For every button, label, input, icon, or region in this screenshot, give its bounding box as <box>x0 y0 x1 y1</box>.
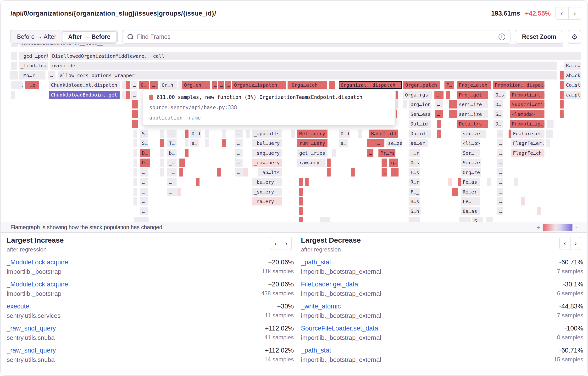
flamegraph-frame[interactable]: se…er <box>409 139 428 147</box>
flamegraph-frame[interactable] <box>222 130 226 138</box>
flamegraph-frame[interactable]: ser…ze <box>461 130 486 138</box>
flamegraph-frame[interactable] <box>459 217 471 222</box>
flamegraph-frame[interactable] <box>205 130 209 138</box>
flamegraph-frame[interactable] <box>122 91 126 99</box>
flamegraph-frame[interactable] <box>134 130 137 138</box>
flamegraph-frame[interactable] <box>185 139 189 147</box>
info-icon[interactable]: i <box>499 33 505 40</box>
flamegraph-frame[interactable]: … <box>167 178 177 186</box>
flamegraph-frame[interactable] <box>448 178 452 186</box>
flamegraph-frame[interactable] <box>134 149 137 157</box>
flamegraph-frame[interactable]: _ra…ery <box>252 197 282 206</box>
flamegraph-frame[interactable] <box>299 197 303 206</box>
entry-function-link[interactable]: _write_atomic <box>301 303 341 310</box>
flamegraph-frame[interactable]: O… <box>494 100 503 109</box>
flamegraph-frame[interactable]: … <box>382 159 387 167</box>
flamegraph-frame[interactable] <box>185 149 189 157</box>
flamegraph-frame[interactable]: seri…ize <box>457 110 488 118</box>
flamegraph-frame[interactable] <box>299 178 303 186</box>
flamegraph-frame[interactable] <box>135 120 138 128</box>
decrease-next-button[interactable]: › <box>570 237 581 250</box>
flamegraph-frame[interactable] <box>331 81 335 89</box>
flamegraph-frame[interactable] <box>437 120 441 128</box>
flamegraph-frame[interactable]: Ra…ew <box>564 62 581 70</box>
flamegraph-frame[interactable]: D…d <box>190 130 201 138</box>
flamegraph-frame[interactable]: S <box>472 217 483 222</box>
flamegraph-frame[interactable]: r… <box>167 130 177 138</box>
flamegraph-frame[interactable]: … <box>48 71 55 79</box>
flamegraph-frame[interactable]: Promoti…nt.post <box>510 91 545 99</box>
flamegraph-frame[interactable]: … <box>140 188 148 196</box>
flamegraph-frame[interactable] <box>205 139 209 147</box>
flamegraph-frame[interactable] <box>135 100 138 109</box>
flamegraph-frame[interactable]: _ap…lts <box>258 168 282 177</box>
flamegraph-frame[interactable]: … <box>497 168 503 177</box>
flamegraph-frame[interactable] <box>550 120 554 128</box>
flamegraph-frame[interactable]: Proje…atch <box>457 81 491 89</box>
flamegraph-frame[interactable]: Re…er <box>461 188 480 196</box>
flamegraph-frame[interactable] <box>521 197 525 206</box>
settings-button[interactable]: ⚙ <box>568 30 581 44</box>
flamegraph-frame[interactable] <box>549 130 553 138</box>
flamegraph-frame[interactable]: … <box>497 178 503 186</box>
flamegraph-frame[interactable]: … <box>375 139 384 147</box>
after-before-button[interactable]: After → Before <box>62 31 116 42</box>
flamegraph-frame[interactable]: B…s <box>409 197 420 206</box>
flamegraph-frame[interactable] <box>299 188 303 196</box>
flamegraph-frame[interactable]: Sen…ess <box>409 110 431 118</box>
flamegraph-frame[interactable]: _Mo…r__ <box>19 71 45 79</box>
flamegraph-frame[interactable]: Promotion….dispatch <box>493 81 545 89</box>
flamegraph-frame[interactable]: ca…pt <box>564 91 581 99</box>
flamegraph-frame[interactable]: Organ…patch <box>403 81 440 89</box>
flamegraph-frame[interactable]: BaseT…attrs <box>369 130 398 138</box>
flamegraph-frame[interactable] <box>160 149 164 157</box>
flamegraph-frame[interactable]: g… <box>389 159 398 167</box>
flamegraph-frame[interactable]: … <box>140 197 148 206</box>
flamegraph-frame[interactable] <box>327 168 331 177</box>
flamegraph-frame[interactable]: … <box>497 207 503 215</box>
flamegraph-frame[interactable] <box>560 81 564 89</box>
flamegraph-frame[interactable] <box>487 178 491 186</box>
flamegraph-frame[interactable]: … <box>382 168 387 177</box>
flamegraph-frame[interactable]: <lambda> <box>510 110 545 118</box>
flamegraph-frame[interactable] <box>537 207 541 215</box>
flamegraph-frame[interactable]: … <box>235 168 242 177</box>
flamegraph-frame[interactable] <box>134 168 137 177</box>
flamegraph-frame[interactable]: O… <box>139 81 149 89</box>
flamegraph-frame[interactable]: run_…uery <box>297 139 327 147</box>
flamegraph-frame[interactable] <box>160 168 164 177</box>
flamegraph-frame[interactable]: … <box>435 110 443 118</box>
flamegraph-frame[interactable]: Or…h <box>160 81 177 89</box>
flamegraph-frame[interactable] <box>514 178 518 186</box>
flamegraph-frame[interactable]: … <box>235 159 242 167</box>
flamegraph-frame[interactable] <box>305 178 309 186</box>
flamegraph-frame[interactable] <box>181 159 185 167</box>
flamegraph-frame[interactable]: _find…load <box>19 62 48 70</box>
flamegraph-frame[interactable]: S… <box>140 139 148 147</box>
entry-function-link[interactable]: _raw_snql_query <box>7 347 56 354</box>
entry-function-link[interactable]: _ModuleLock.acquire <box>7 259 68 266</box>
flamegraph-frame[interactable]: _app…ults <box>252 130 282 138</box>
flamegraph-frame[interactable]: … <box>218 81 224 89</box>
flamegraph-frame[interactable] <box>299 217 303 222</box>
flamegraph-frame[interactable]: S… <box>140 130 148 138</box>
flamegraph-frame[interactable] <box>409 217 420 222</box>
flamegraph-frame[interactable] <box>486 217 493 222</box>
flamegraph-frame[interactable]: … <box>131 81 137 89</box>
flamegraph-frame[interactable]: S…h <box>409 207 421 215</box>
flamegraph-frame[interactable]: s… <box>339 139 348 147</box>
flamegraph-frame[interactable]: O…s <box>494 91 506 99</box>
flamegraph-frame[interactable]: … <box>497 149 503 157</box>
flamegraph-frame[interactable]: _snq…uery <box>252 149 282 157</box>
flamegraph-frame[interactable] <box>446 91 450 99</box>
entry-function-link[interactable]: _raw_snql_query <box>7 325 56 332</box>
flamegraph-frame[interactable] <box>160 139 164 147</box>
flamegraph-frame[interactable]: b… <box>167 149 177 157</box>
flamegraph-frame[interactable]: DisallowedOrganizationMiddleware.__call_… <box>50 52 581 60</box>
flamegraph-frame[interactable] <box>454 188 458 196</box>
flamegraph-frame[interactable]: … <box>140 207 148 215</box>
flamegraph-frame[interactable]: … <box>497 159 503 167</box>
flamegraph-frame[interactable]: Proj…get <box>457 91 488 99</box>
flamegraph-frame[interactable] <box>391 168 395 177</box>
flamegraph-frame[interactable] <box>560 91 564 99</box>
